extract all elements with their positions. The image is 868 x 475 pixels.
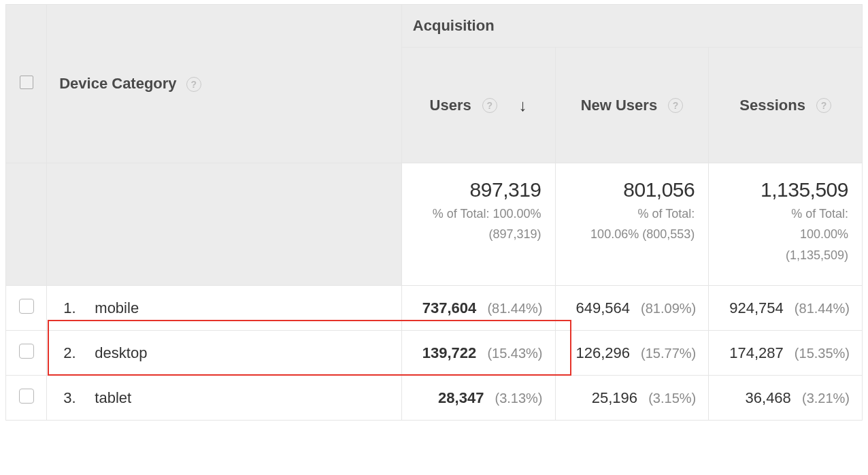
dimension-cell[interactable]: 3. tablet [47,376,402,421]
new-users-value: 649,564 [575,299,630,316]
acquisition-header-label: Acquisition [413,17,495,34]
users-cell: 737,604 (81.44%) [401,286,555,331]
users-value: 28,347 [438,389,484,406]
sessions-cell: 924,754 (81.44%) [709,286,863,331]
sessions-header-label: Sessions [739,97,805,114]
dimension-cell[interactable]: 2. desktop [47,331,402,376]
sessions-pct: (3.21%) [802,391,850,406]
new-users-pct: (81.09%) [641,301,696,316]
new-users-header-label: New Users [581,97,658,114]
device-category-table: Device Category ? Acquisition Users ? ↓ … [5,4,863,421]
row-index: 1. [63,299,90,317]
summary-users: 897,319 % of Total: 100.00% (897,319) [401,163,555,286]
users-pct: (81.44%) [487,301,542,316]
row-check-cell [6,376,47,421]
summary-users-sub2: (897,319) [409,226,541,242]
new-users-pct: (3.15%) [648,391,696,406]
summary-new-users-value: 801,056 [563,178,695,201]
help-icon[interactable]: ? [482,98,497,113]
summary-sessions-sub2: 100.00% [716,226,848,242]
summary-users-sub1: % of Total: 100.00% [409,206,541,222]
row-checkbox[interactable] [19,344,34,359]
new-users-cell: 649,564 (81.09%) [555,286,709,331]
users-column-header[interactable]: Users ? ↓ [401,48,555,163]
summary-new-users-sub2: 100.06% (800,553) [563,226,695,242]
table-row: 3. tablet 28,347 (3.13%) 25,196 (3.15%) … [6,376,863,421]
summary-sessions-sub1: % of Total: [716,206,848,222]
row-check-cell [6,286,47,331]
new-users-cell: 126,296 (15.77%) [555,331,709,376]
sessions-value: 174,287 [729,344,784,361]
users-cell: 28,347 (3.13%) [401,376,555,421]
new-users-value: 25,196 [592,389,637,406]
new-users-value: 126,296 [575,344,630,361]
users-pct: (3.13%) [495,391,543,406]
row-index: 3. [63,389,90,407]
users-value: 737,604 [422,299,477,316]
help-icon[interactable]: ? [816,98,831,113]
summary-sessions: 1,135,509 % of Total: 100.00% (1,135,509… [709,163,863,286]
summary-sessions-value: 1,135,509 [716,178,848,201]
new-users-pct: (15.77%) [641,346,696,361]
sessions-column-header[interactable]: Sessions ? [709,48,863,163]
row-checkbox[interactable] [19,389,34,404]
select-all-checkbox[interactable] [20,76,33,89]
sessions-pct: (15.35%) [795,346,850,361]
acquisition-header: Acquisition [401,5,862,48]
sessions-value: 924,754 [729,299,784,316]
help-icon[interactable]: ? [668,98,683,113]
summary-row: 897,319 % of Total: 100.00% (897,319) 80… [6,163,863,286]
summary-check-cell [6,163,47,286]
row-label: tablet [95,389,131,406]
users-cell: 139,722 (15.43%) [401,331,555,376]
summary-users-value: 897,319 [409,178,541,201]
table-row: 2. desktop 139,722 (15.43%) 126,296 (15.… [6,331,863,376]
new-users-column-header[interactable]: New Users ? [555,48,709,163]
dimension-header-label: Device Category [59,75,176,92]
sessions-cell: 174,287 (15.35%) [709,331,863,376]
sessions-value: 36,468 [746,389,791,406]
new-users-cell: 25,196 (3.15%) [555,376,709,421]
sort-descending-icon: ↓ [519,96,527,115]
row-check-cell [6,331,47,376]
row-index: 2. [63,344,90,362]
users-pct: (15.43%) [487,346,542,361]
row-checkbox[interactable] [19,299,34,314]
help-icon[interactable]: ? [186,77,201,92]
row-label: mobile [95,299,139,316]
dimension-header[interactable]: Device Category ? [47,5,402,163]
users-header-label: Users [430,97,471,114]
summary-new-users: 801,056 % of Total: 100.06% (800,553) [555,163,709,286]
dimension-cell[interactable]: 1. mobile [47,286,402,331]
row-label: desktop [95,344,147,361]
summary-dimension-cell [47,163,402,286]
header-checkbox-cell [6,5,47,163]
sessions-pct: (81.44%) [795,301,850,316]
sessions-cell: 36,468 (3.21%) [709,376,863,421]
table-row: 1. mobile 737,604 (81.44%) 649,564 (81.0… [6,286,863,331]
summary-new-users-sub1: % of Total: [563,206,695,222]
summary-sessions-sub3: (1,135,509) [716,247,848,263]
users-value: 139,722 [422,344,477,361]
